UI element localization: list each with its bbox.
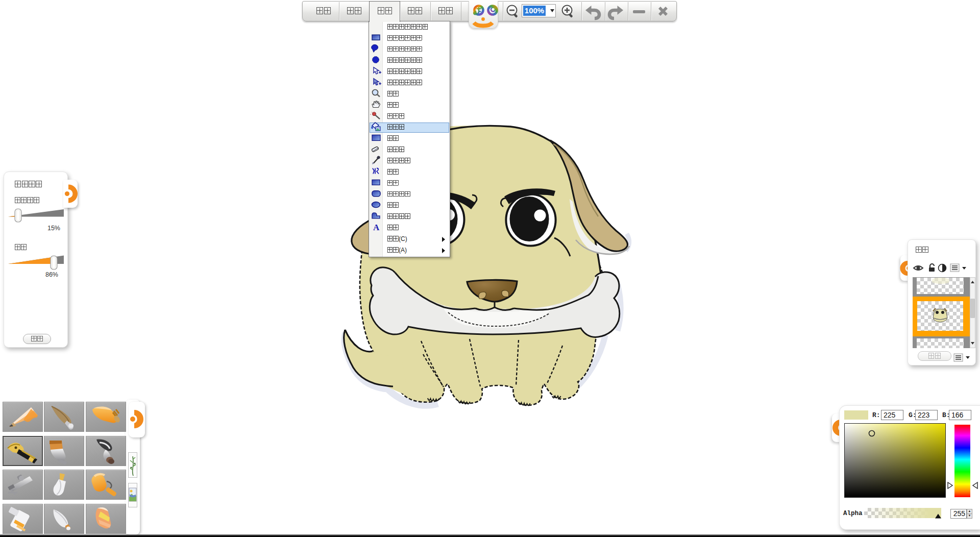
svg-text:A: A [373,223,380,232]
